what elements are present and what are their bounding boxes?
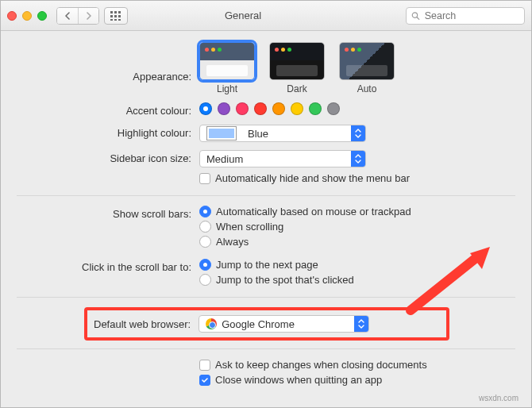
scrollbars-auto-label: Automatically based on mouse or trackpad xyxy=(216,206,411,217)
content: Appearance: Light Dark Auto xyxy=(1,31,531,405)
accent-swatch[interactable] xyxy=(291,102,303,115)
search-input[interactable] xyxy=(423,10,519,22)
scrollbars-whenscrolling-radio[interactable] xyxy=(199,221,211,233)
browser-select[interactable]: Google Chrome xyxy=(199,315,369,333)
scrollbars-whenscrolling-label: When scrolling xyxy=(216,221,283,233)
search-field[interactable] xyxy=(406,7,525,25)
chevron-updown-icon xyxy=(351,125,365,141)
window-title: General xyxy=(85,10,401,21)
chevron-updown-icon xyxy=(354,316,368,332)
appearance-options: Light Dark Auto xyxy=(199,42,515,94)
appearance-label: Appearance: xyxy=(17,42,199,83)
appearance-auto-label: Auto xyxy=(339,83,395,94)
accent-swatches xyxy=(199,102,515,115)
highlight-select[interactable]: Blue xyxy=(199,125,366,142)
accent-swatch[interactable] xyxy=(272,102,285,115)
sidebar-size-select[interactable]: Medium xyxy=(199,150,366,167)
accent-swatch[interactable] xyxy=(254,102,267,115)
default-browser-highlight: Default web browser: Google Chrome xyxy=(84,307,449,341)
highlight-value: Blue xyxy=(248,128,268,140)
accent-swatch[interactable] xyxy=(309,102,322,115)
scrollclick-spot-label: Jump to the spot that's clicked xyxy=(216,274,354,286)
window-controls xyxy=(7,11,47,21)
spacer xyxy=(17,359,199,361)
accent-swatch[interactable] xyxy=(199,102,212,115)
browser-value: Google Chrome xyxy=(222,318,295,330)
highlight-label: Highlight colour: xyxy=(17,125,199,139)
ask-changes-checkbox[interactable] xyxy=(199,360,210,371)
appearance-auto[interactable]: Auto xyxy=(339,42,395,94)
chevron-updown-icon xyxy=(351,151,365,167)
preferences-window: General Appearance: Light Dark xyxy=(0,0,532,408)
separator xyxy=(17,297,515,298)
scrollclick-spot-radio[interactable] xyxy=(199,274,211,286)
appearance-dark[interactable]: Dark xyxy=(269,42,325,94)
titlebar: General xyxy=(1,1,531,31)
scrollclick-nextpage-radio[interactable] xyxy=(199,259,211,271)
scrollbars-always-label: Always xyxy=(216,236,249,248)
svg-point-9 xyxy=(412,12,417,17)
zoom-window-button[interactable] xyxy=(37,11,47,21)
svg-line-10 xyxy=(417,17,419,19)
scrollbars-auto-radio[interactable] xyxy=(199,206,211,217)
accent-swatch[interactable] xyxy=(327,102,340,115)
separator xyxy=(17,195,515,196)
separator xyxy=(17,348,515,349)
scrollclick-nextpage-label: Jump to the next page xyxy=(216,259,318,271)
watermark: wsxdn.com xyxy=(479,394,519,402)
menubar-hide-checkbox[interactable] xyxy=(199,173,210,184)
sidebar-size-label: Sidebar icon size: xyxy=(17,150,199,164)
sidebar-size-value: Medium xyxy=(206,153,243,165)
chrome-icon xyxy=(206,318,217,329)
ask-changes-label: Ask to keep changes when closing documen… xyxy=(215,359,427,371)
appearance-light-label: Light xyxy=(199,83,255,94)
scrollclick-label: Click in the scroll bar to: xyxy=(17,259,199,273)
close-window-button[interactable] xyxy=(7,11,17,21)
back-button[interactable] xyxy=(57,8,78,24)
search-icon xyxy=(411,11,420,21)
highlight-colorwell xyxy=(206,126,237,140)
browser-label: Default web browser: xyxy=(94,318,199,330)
minimize-window-button[interactable] xyxy=(22,11,32,21)
appearance-dark-label: Dark xyxy=(269,83,325,94)
menubar-hide-label: Automatically hide and show the menu bar xyxy=(215,172,410,184)
scrollbars-always-radio[interactable] xyxy=(199,236,211,248)
scrollbars-label: Show scroll bars: xyxy=(17,206,199,220)
appearance-light[interactable]: Light xyxy=(199,42,255,94)
close-windows-checkbox[interactable] xyxy=(199,375,210,386)
accent-swatch[interactable] xyxy=(236,102,249,115)
close-windows-label: Close windows when quitting an app xyxy=(215,374,382,386)
accent-label: Accent colour: xyxy=(17,102,199,117)
accent-swatch[interactable] xyxy=(218,102,230,115)
